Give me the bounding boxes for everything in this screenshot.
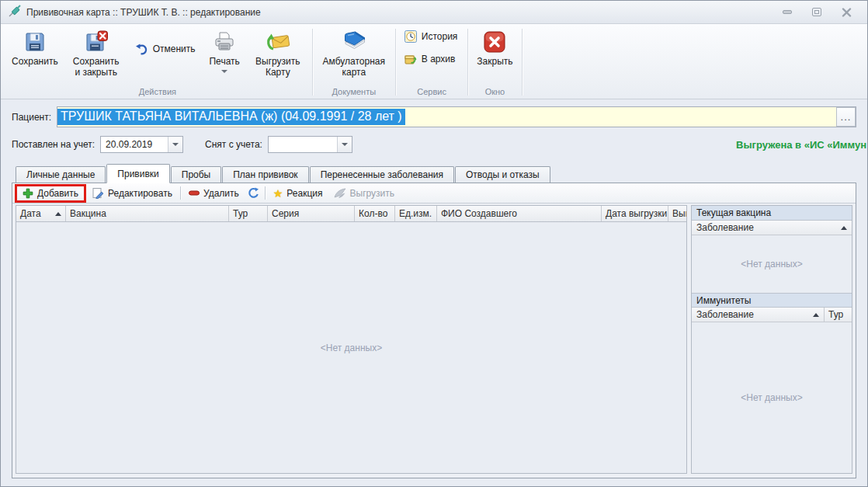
close-red-icon [483,30,506,54]
vaccinations-grid-body[interactable]: <Нет данных> [16,222,686,473]
archive-box-icon [404,53,417,65]
maximize-icon [812,8,821,16]
close-icon [842,8,852,17]
print-dropdown-icon [221,70,227,73]
ribbon: Сохранить Сохранить и закрыть [1,24,867,99]
column-header-quantity[interactable]: Кол-во [355,206,395,221]
tab-withdrawals[interactable]: Отводы и отказы [455,166,550,183]
patient-row: Пациент: ТРУШИК ТАТЬЯНА ВИТАЛЬЕВНА (ж) (… [12,106,856,127]
no-data-text: <Нет данных> [321,343,382,353]
column-header-vaccine[interactable]: Вакцина [66,206,229,221]
current-vaccine-body[interactable]: <Нет данных> [692,235,852,293]
ribbon-separator [522,29,523,96]
syringe-icon [9,5,21,20]
tab-vaccinations[interactable]: Прививки [106,164,169,183]
column-header-export-date[interactable]: Дата выгрузки [602,206,668,221]
export-envelope-icon [265,30,291,54]
column-header-imm-disease[interactable]: Заболевание [692,308,824,322]
add-label: Добавить [37,188,78,199]
cancel-button[interactable]: Отменить [134,42,196,56]
outpatient-card-label: Амбулаторная карта [321,56,387,78]
reaction-button[interactable]: ★ Реакция [268,186,328,200]
registered-label: Поставлен на учет: [12,139,95,150]
print-button[interactable]: Печать [203,26,245,75]
maximize-button[interactable] [808,6,825,19]
star-icon: ★ [273,188,283,199]
deregistered-date-value [269,137,337,152]
ribbon-group-actions-label: Действия [5,86,310,99]
column-header-imm-tour[interactable]: Тур [824,308,852,322]
ribbon-group-documents-label: Документы [315,86,393,99]
book-icon [341,30,367,54]
ribbon-group-service: История В архив Сервис [397,26,467,99]
vaccinations-toolbar: Добавить Редактировать Удалить [12,183,856,203]
tab-vaccination-plan[interactable]: План прививок [222,166,308,183]
patient-label: Пациент: [12,112,57,123]
column-header-unit[interactable]: Ед.изм. [395,206,437,221]
registered-dropdown-icon[interactable] [168,137,182,152]
no-data-text: <Нет данных> [741,259,802,270]
export-card-label: Выгрузить Карту [252,56,304,78]
minimize-icon [783,10,792,14]
sort-asc-icon [841,226,847,230]
save-and-close-button[interactable]: Сохранить и закрыть [64,26,128,80]
save-icon [23,30,47,54]
to-archive-button[interactable]: В архив [404,53,458,65]
window-title: Прививочная карта :: ТРУШИК Т. В. :: ред… [26,7,261,18]
ribbon-group-service-label: Сервис [398,86,466,99]
titlebar[interactable]: Прививочная карта :: ТРУШИК Т. В. :: ред… [1,1,867,24]
export-card-button[interactable]: Выгрузить Карту [246,26,310,80]
patient-field[interactable]: ТРУШИК ТАТЬЯНА ВИТАЛЬЕВНА (ж) (04.09.199… [57,106,856,127]
column-header-date[interactable]: Дата [16,206,66,221]
tab-tests[interactable]: Пробы [171,166,221,183]
ribbon-group-documents: Амбулаторная карта Документы [314,26,394,99]
add-button[interactable]: Добавить [17,186,84,200]
immunities-body[interactable]: <Нет данных> [692,322,852,473]
plus-icon [23,188,33,199]
deregistered-date-combo[interactable] [268,136,352,153]
minimize-button[interactable] [779,6,796,19]
deregistered-dropdown-icon[interactable] [337,137,352,152]
grid-area: Дата Вакцина Тур Серия Кол-во Ед.изм. ФИ… [12,203,856,478]
ribbon-group-actions: Сохранить Сохранить и закрыть [4,26,311,99]
delete-label: Удалить [203,188,239,199]
undo-icon [134,42,148,56]
toolbar-separator [265,186,266,200]
no-data-text: <Нет данных> [741,392,802,403]
sort-asc-icon [55,212,61,216]
minus-icon [189,190,200,197]
print-label: Печать [209,56,239,67]
immunities-header: Заболевание Тур [692,308,852,322]
reaction-label: Реакция [286,188,322,199]
history-label: История [422,31,458,42]
delete-button[interactable]: Удалить [183,186,245,200]
column-header-series[interactable]: Серия [268,206,355,221]
ribbon-group-window: Закрыть Окно [469,26,520,99]
patient-lookup-button[interactable]: ... [836,107,856,127]
registered-date-combo[interactable]: 20.09.2019 [100,136,183,153]
tab-bar: Личные данные Прививки Пробы План привив… [12,163,856,183]
save-button[interactable]: Сохранить [5,26,64,69]
ribbon-separator [467,29,468,96]
close-window-button[interactable] [838,6,855,19]
column-header-tour[interactable]: Тур [229,206,268,221]
edit-label: Редактировать [108,188,172,199]
refresh-button[interactable] [245,186,262,200]
cancel-label: Отменить [153,43,196,54]
close-label: Закрыть [477,56,512,67]
outpatient-card-button[interactable]: Амбулаторная карта [315,26,393,80]
history-button[interactable]: История [404,30,458,43]
immunities-title: Иммунитеты [692,293,852,308]
dates-row: Поставлен на учет: 20.09.2019 Снят с уче… [12,136,856,153]
content-area: Пациент: ТРУШИК ТАТЬЯНА ВИТАЛЬЕВНА (ж) (… [1,99,867,486]
column-header-disease[interactable]: Заболевание [692,221,852,235]
column-header-exported[interactable]: Выгр [668,206,686,221]
column-header-creator[interactable]: ФИО Создавшего [437,206,602,221]
printer-icon [213,30,236,54]
close-button[interactable]: Закрыть [470,26,519,69]
tab-past-diseases[interactable]: Перенесенные заболевания [310,166,454,183]
patient-value: ТРУШИК ТАТЬЯНА ВИТАЛЬЕВНА (ж) (04.09.199… [57,109,405,125]
tab-personal-data[interactable]: Личные данные [16,166,106,183]
edit-button[interactable]: Редактировать [87,186,178,200]
app-window: Прививочная карта :: ТРУШИК Т. В. :: ред… [0,0,868,487]
